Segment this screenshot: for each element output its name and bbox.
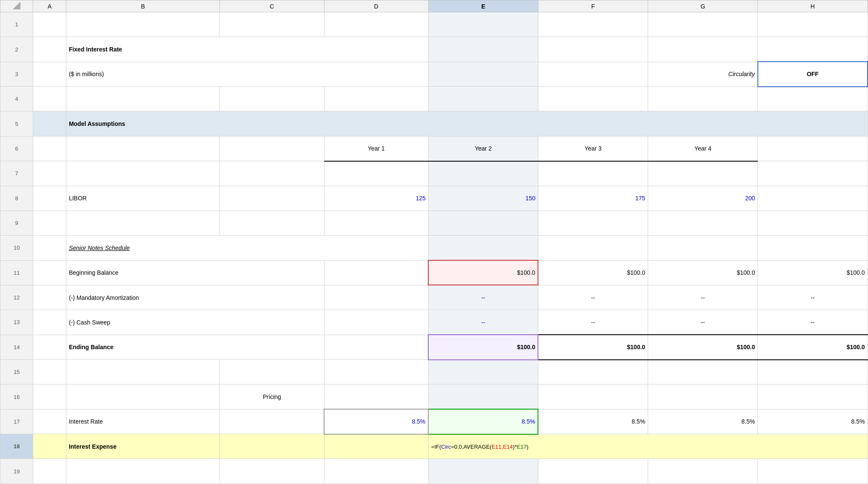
cell-e4[interactable]: [428, 87, 538, 111]
cell-g13-cash-sweep-y3[interactable]: --: [648, 310, 758, 335]
cell-h1[interactable]: [758, 12, 868, 37]
cell-f15[interactable]: [538, 360, 648, 384]
cell-d15[interactable]: [324, 360, 428, 384]
cell-b5-model-assumptions[interactable]: Model Assumptions: [66, 111, 868, 136]
cell-a5[interactable]: [33, 111, 66, 136]
cell-d12[interactable]: [324, 285, 428, 310]
cell-e12-mandatory-y1[interactable]: --: [428, 285, 538, 310]
cell-e7[interactable]: [428, 161, 538, 186]
cell-d1[interactable]: [324, 12, 428, 37]
cell-f8-libor-y3[interactable]: 175: [538, 186, 648, 211]
cell-h14-end-balance-y4[interactable]: $100.0: [758, 335, 868, 359]
cell-b7[interactable]: [66, 161, 219, 186]
cell-g11-beg-balance-y3[interactable]: $100.0: [648, 260, 758, 285]
cell-g2[interactable]: [648, 37, 758, 62]
cell-g15[interactable]: [648, 360, 758, 384]
cell-g7[interactable]: [648, 161, 758, 186]
cell-d7[interactable]: [324, 161, 428, 186]
cell-d18[interactable]: [324, 434, 428, 459]
cell-g9[interactable]: [648, 211, 758, 235]
cell-g12-mandatory-y3[interactable]: --: [648, 285, 758, 310]
cell-h4[interactable]: [758, 87, 868, 111]
cell-d14[interactable]: [324, 335, 428, 359]
cell-b6[interactable]: [66, 136, 219, 161]
cell-g4[interactable]: [648, 87, 758, 111]
col-header-e[interactable]: E: [428, 0, 538, 12]
cell-f13-cash-sweep-y2[interactable]: --: [538, 310, 648, 335]
cell-g19[interactable]: [648, 459, 758, 484]
cell-g16[interactable]: [648, 384, 758, 409]
cell-f14-end-balance-y2[interactable]: $100.0: [538, 335, 648, 359]
cell-h9[interactable]: [758, 211, 868, 235]
cell-d4[interactable]: [324, 87, 428, 111]
cell-h17-interest-rate-y4[interactable]: 8.5%: [758, 409, 868, 434]
cell-e9[interactable]: [428, 211, 538, 235]
cell-a7[interactable]: [33, 161, 66, 186]
cell-e13-cash-sweep-y1[interactable]: --: [428, 310, 538, 335]
cell-a10[interactable]: [33, 236, 66, 260]
cell-f10[interactable]: [538, 236, 648, 260]
cell-e16[interactable]: [428, 384, 538, 409]
cell-a6[interactable]: [33, 136, 66, 161]
cell-g14-end-balance-y3[interactable]: $100.0: [648, 335, 758, 359]
cell-h15[interactable]: [758, 360, 868, 384]
cell-f19[interactable]: [538, 459, 648, 484]
cell-a13[interactable]: [33, 310, 66, 335]
cell-h10[interactable]: [758, 236, 868, 260]
col-header-g[interactable]: G: [648, 0, 758, 12]
cell-c4[interactable]: [220, 87, 324, 111]
cell-b19[interactable]: [66, 459, 219, 484]
cell-b4[interactable]: [66, 87, 219, 111]
cell-e10[interactable]: [428, 236, 538, 260]
cell-b16[interactable]: [66, 384, 219, 409]
cell-g17-interest-rate-y3[interactable]: 8.5%: [648, 409, 758, 434]
cell-a14[interactable]: [33, 335, 66, 359]
cell-b1[interactable]: [66, 12, 219, 37]
cell-h3-off[interactable]: OFF: [758, 62, 868, 86]
cell-c15[interactable]: [220, 360, 324, 384]
cell-h7[interactable]: [758, 161, 868, 186]
cell-c18[interactable]: [220, 434, 324, 459]
cell-c6[interactable]: [220, 136, 324, 161]
cell-e2[interactable]: [428, 37, 538, 62]
cell-e11-beg-balance-y1[interactable]: $100.0: [428, 260, 538, 285]
cell-g8-libor-y4[interactable]: 200: [648, 186, 758, 211]
cell-f3[interactable]: [538, 62, 648, 86]
cell-h12-mandatory-y4[interactable]: --: [758, 285, 868, 310]
cell-a3[interactable]: [33, 62, 66, 86]
cell-f9[interactable]: [538, 211, 648, 235]
cell-c7[interactable]: [220, 161, 324, 186]
cell-h13-cash-sweep-y4[interactable]: --: [758, 310, 868, 335]
cell-d11[interactable]: [324, 260, 428, 285]
cell-g10[interactable]: [648, 236, 758, 260]
cell-d17-interest-rate-pricing[interactable]: 8.5%: [324, 409, 428, 434]
cell-f16[interactable]: [538, 384, 648, 409]
cell-d9[interactable]: [324, 211, 428, 235]
cell-e3[interactable]: [428, 62, 538, 86]
cell-c1[interactable]: [220, 12, 324, 37]
cell-a16[interactable]: [33, 384, 66, 409]
cell-b15[interactable]: [66, 360, 219, 384]
cell-c9[interactable]: [220, 211, 324, 235]
col-header-c[interactable]: C: [220, 0, 324, 12]
cell-d8-libor-y1[interactable]: 125: [324, 186, 428, 211]
cell-a17[interactable]: [33, 409, 66, 434]
cell-a4[interactable]: [33, 87, 66, 111]
cell-a18[interactable]: [33, 434, 66, 459]
cell-d19[interactable]: [324, 459, 428, 484]
cell-d13[interactable]: [324, 310, 428, 335]
cell-a19[interactable]: [33, 459, 66, 484]
cell-a9[interactable]: [33, 211, 66, 235]
cell-a2[interactable]: [33, 37, 66, 62]
cell-e17-interest-rate-y1[interactable]: 8.5%: [428, 409, 538, 434]
cell-b2-title[interactable]: Fixed Interest Rate: [66, 37, 428, 62]
cell-a12[interactable]: [33, 285, 66, 310]
cell-h16[interactable]: [758, 384, 868, 409]
cell-f4[interactable]: [538, 87, 648, 111]
cell-e1[interactable]: [428, 12, 538, 37]
cell-f7[interactable]: [538, 161, 648, 186]
cell-e15[interactable]: [428, 360, 538, 384]
cell-e19[interactable]: [428, 459, 538, 484]
cell-a15[interactable]: [33, 360, 66, 384]
cell-e8-libor-y2[interactable]: 150: [428, 186, 538, 211]
